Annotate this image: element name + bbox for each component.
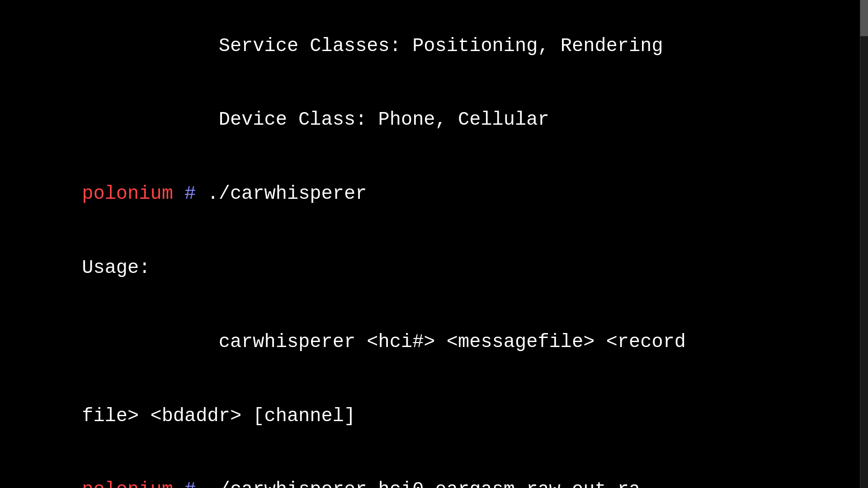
scrollbar-thumb[interactable] <box>860 0 868 36</box>
line-service-classes: Service Classes: Positioning, Rendering <box>14 9 845 83</box>
line-usage: Usage: <box>14 231 845 305</box>
command-1: ./carwhisperer <box>196 183 367 205</box>
line-prompt-1: polonium # ./carwhisperer <box>14 157 845 231</box>
terminal-window[interactable]: Service Classes: Positioning, Rendering … <box>0 0 868 488</box>
line-prompt-2: polonium # ./carwhisperer hci0 eargasm.r… <box>14 453 845 488</box>
scrollbar[interactable] <box>860 0 868 488</box>
command-2: ./carwhisperer hci0 eargasm.raw out.ra <box>196 479 640 488</box>
terminal-content: Service Classes: Positioning, Rendering … <box>14 9 854 488</box>
prompt-hash-1: # <box>173 183 196 205</box>
line-device-class: Device Class: Phone, Cellular <box>14 83 845 157</box>
service-classes-text <box>82 35 218 57</box>
line-file-bdaddr: file> <bdaddr> [channel] <box>14 379 845 453</box>
prompt-user-2: polonium <box>82 479 173 488</box>
line-carwhisperer-usage: carwhisperer <hci#> <messagefile> <recor… <box>14 305 845 379</box>
prompt-user-1: polonium <box>82 183 173 205</box>
prompt-hash-2: # <box>173 479 196 488</box>
